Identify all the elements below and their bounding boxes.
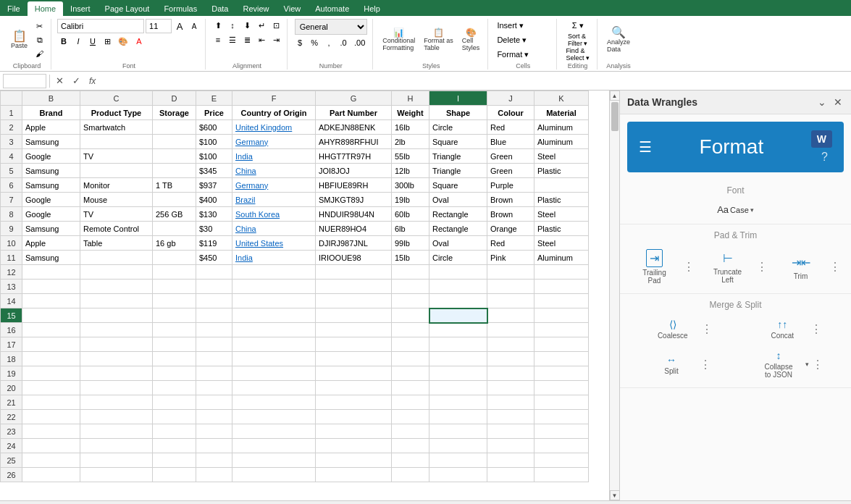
cell[interactable]: Mouse — [80, 193, 153, 207]
cell[interactable] — [153, 280, 196, 294]
row-header[interactable]: 23 — [1, 424, 22, 439]
cell[interactable]: Smartwatch — [80, 120, 153, 135]
cell[interactable] — [153, 366, 196, 381]
row-header[interactable]: 25 — [1, 453, 22, 468]
indent-decrease-button[interactable]: ⇤ — [255, 33, 268, 46]
decimal-increase-button[interactable]: .0 — [337, 36, 350, 49]
cell[interactable]: Red — [487, 120, 535, 135]
cell[interactable]: 6lb — [392, 222, 429, 236]
cell[interactable]: Green — [487, 149, 535, 164]
align-center-button[interactable]: ☰ — [226, 33, 239, 46]
cell[interactable] — [535, 178, 589, 193]
cell[interactable] — [196, 323, 232, 337]
cell[interactable]: DJIRJ987JNL — [316, 236, 392, 251]
analyze-data-button[interactable]: 🔍 AnalyzeData — [603, 25, 634, 55]
cell[interactable]: $937 — [196, 178, 232, 193]
cell[interactable]: United Kingdom — [232, 120, 316, 135]
tab-review[interactable]: Review — [235, 1, 276, 16]
cell[interactable] — [196, 265, 232, 280]
cell[interactable] — [487, 439, 535, 453]
cell[interactable] — [429, 294, 487, 308]
tab-file[interactable]: File — [0, 1, 28, 16]
cell[interactable]: $450 — [196, 251, 232, 265]
borders-button[interactable]: ⊞ — [101, 35, 114, 48]
cell[interactable] — [487, 337, 535, 352]
cell[interactable] — [153, 135, 196, 149]
cell-styles-button[interactable]: 🎨 CellStyles — [458, 26, 484, 54]
cell[interactable]: HHGT7TR97H — [316, 149, 392, 164]
col-header-e[interactable]: E — [196, 91, 232, 106]
cell[interactable]: Germany — [232, 135, 316, 149]
cell[interactable] — [153, 308, 196, 323]
row-header[interactable]: 24 — [1, 439, 22, 453]
trim-dots[interactable]: ⋮ — [828, 259, 842, 275]
collapse-json-dots[interactable]: ⋮ — [810, 356, 825, 373]
cell[interactable] — [392, 294, 429, 308]
cell[interactable]: Aluminum — [535, 251, 589, 265]
cell[interactable]: SMJKGT89J — [316, 193, 392, 207]
cell[interactable] — [316, 410, 392, 424]
cell[interactable]: Rectangle — [429, 207, 487, 222]
cell[interactable] — [535, 453, 589, 468]
sum-button[interactable]: Σ ▾ — [569, 19, 587, 32]
scroll-down-button[interactable]: ▼ — [610, 490, 620, 500]
row-header[interactable]: 3 — [1, 135, 22, 149]
cell[interactable] — [153, 193, 196, 207]
cell[interactable] — [429, 395, 487, 410]
number-format-select[interactable]: General — [295, 19, 367, 35]
case-item[interactable]: Aa Case ▾ — [710, 201, 761, 218]
cell[interactable] — [232, 280, 316, 294]
cell[interactable] — [316, 381, 392, 395]
wrap-text-button[interactable]: ↵ — [255, 19, 268, 32]
copy-button[interactable]: ⧉ — [33, 33, 46, 46]
cell[interactable] — [22, 395, 80, 410]
cell[interactable] — [487, 294, 535, 308]
cell[interactable]: Material — [535, 106, 589, 120]
cell[interactable]: Steel — [535, 149, 589, 164]
cell[interactable] — [232, 439, 316, 453]
cell[interactable]: Remote Control — [80, 222, 153, 236]
cell[interactable]: Brown — [487, 193, 535, 207]
cell[interactable] — [535, 265, 589, 280]
cell[interactable]: United States — [232, 236, 316, 251]
cell[interactable] — [196, 352, 232, 366]
trailing-pad-item[interactable]: ⇥ TrailingPad — [629, 246, 680, 287]
cell[interactable]: Rectangle — [429, 222, 487, 236]
decimal-decrease-button[interactable]: .00 — [351, 36, 368, 49]
cell[interactable] — [429, 410, 487, 424]
cell[interactable] — [429, 366, 487, 381]
cell[interactable]: Plastic — [535, 164, 589, 178]
cell[interactable]: Price — [196, 106, 232, 120]
split-item[interactable]: ↔ Split — [646, 351, 697, 378]
align-right-button[interactable]: ≣ — [240, 33, 253, 46]
cell[interactable]: ADKEJN88ENK — [316, 120, 392, 135]
cell[interactable] — [80, 453, 153, 468]
cell[interactable]: 99lb — [392, 236, 429, 251]
cell[interactable] — [316, 453, 392, 468]
cell[interactable] — [535, 439, 589, 453]
cell[interactable] — [487, 366, 535, 381]
row-header[interactable]: 12 — [1, 265, 22, 280]
cell[interactable]: 2lb — [392, 135, 429, 149]
cell[interactable] — [80, 251, 153, 265]
cell[interactable] — [22, 468, 80, 482]
cell[interactable]: Pink — [487, 251, 535, 265]
cell[interactable] — [80, 352, 153, 366]
cell[interactable]: Orange — [487, 222, 535, 236]
sort-filter-button[interactable]: Sort &Filter ▾ — [565, 33, 591, 46]
cell[interactable] — [196, 410, 232, 424]
row-header[interactable]: 9 — [1, 222, 22, 236]
cell[interactable]: Brown — [487, 207, 535, 222]
cell[interactable] — [196, 280, 232, 294]
cell[interactable] — [80, 294, 153, 308]
truncate-left-dots[interactable]: ⋮ — [755, 259, 769, 275]
cell[interactable] — [429, 381, 487, 395]
cell[interactable] — [22, 280, 80, 294]
cell[interactable]: Colour — [487, 106, 535, 120]
cell[interactable] — [535, 410, 589, 424]
cell[interactable] — [232, 468, 316, 482]
cell[interactable]: India — [232, 251, 316, 265]
cell[interactable] — [153, 424, 196, 439]
cell[interactable] — [392, 439, 429, 453]
bold-button[interactable]: B — [57, 35, 70, 48]
